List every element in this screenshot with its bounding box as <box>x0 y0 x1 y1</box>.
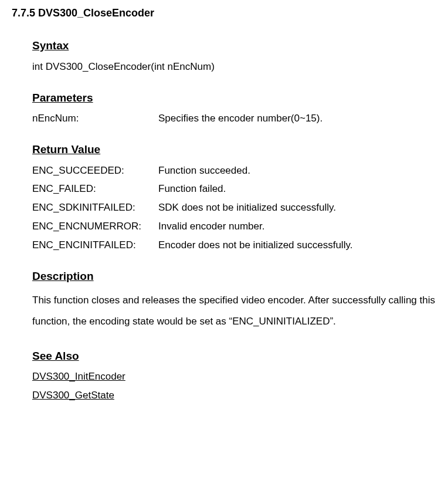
return-desc: Function failed. <box>158 182 436 196</box>
see-also-heading: See Also <box>32 349 436 364</box>
return-term: ENC_SDKINITFAILED: <box>32 201 158 215</box>
return-row: ENC_SDKINITFAILED: SDK does not be initi… <box>32 201 436 215</box>
see-also-link[interactable]: DVS300_GetState <box>32 388 436 403</box>
return-term: ENC_ENCINITFAILED: <box>32 238 158 252</box>
return-row: ENC_SUCCEEDED: Function succeeded. <box>32 164 436 178</box>
syntax-code: int DVS300_CloseEncoder(int nEncNum) <box>32 60 436 74</box>
body-indent: Syntax int DVS300_CloseEncoder(int nEncN… <box>32 38 436 403</box>
param-desc: Specifies the encoder number(0~15). <box>158 111 436 126</box>
return-term: ENC_FAILED: <box>32 182 158 196</box>
return-desc: Invalid encoder number. <box>158 219 436 234</box>
return-desc: SDK does not be initialized successfully… <box>158 201 436 215</box>
return-term: ENC_ENCNUMERROR: <box>32 219 158 234</box>
return-row: ENC_ENCNUMERROR: Invalid encoder number. <box>32 219 436 234</box>
return-row: ENC_ENCINITFAILED: Encoder does not be i… <box>32 238 436 252</box>
section-title: 7.7.5 DVS300_CloseEncoder <box>12 6 436 21</box>
return-term: ENC_SUCCEEDED: <box>32 164 158 178</box>
see-also-link[interactable]: DVS300_InitEncoder <box>32 370 436 384</box>
description-heading: Description <box>32 269 436 285</box>
description-text: This function closes and releases the sp… <box>32 290 436 332</box>
return-desc: Encoder does not be initialized successf… <box>158 238 436 252</box>
return-row: ENC_FAILED: Function failed. <box>32 182 436 196</box>
return-value-heading: Return Value <box>32 142 436 158</box>
param-term: nEncNum: <box>32 111 158 126</box>
parameters-heading: Parameters <box>32 90 436 106</box>
syntax-heading: Syntax <box>32 38 436 54</box>
return-desc: Function succeeded. <box>158 164 436 178</box>
param-row: nEncNum: Specifies the encoder number(0~… <box>32 111 436 126</box>
